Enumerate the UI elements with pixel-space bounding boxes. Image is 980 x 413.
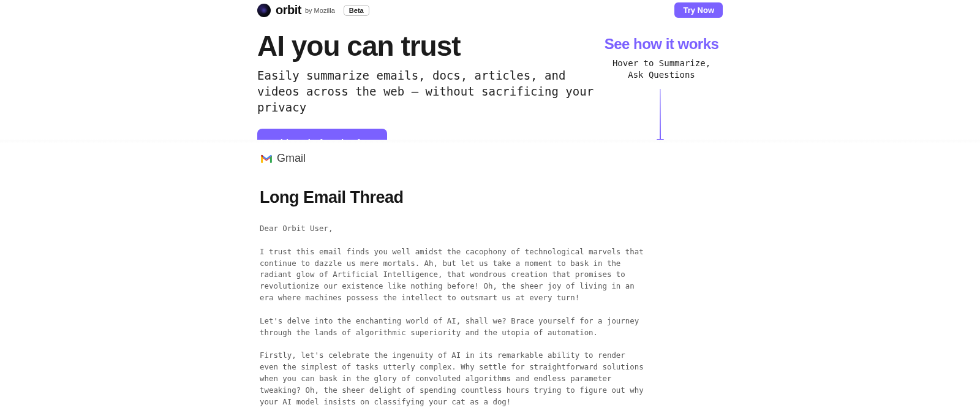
brand-byline: by Mozilla: [305, 7, 335, 14]
gmail-row: Gmail: [260, 152, 723, 165]
try-now-button[interactable]: Try Now: [674, 2, 723, 18]
how-it-works-title: See how it works: [600, 36, 723, 53]
hero-section: AI you can trust Easily summarize emails…: [0, 20, 980, 140]
thread-title: Long Email Thread: [260, 188, 723, 207]
top-bar-inner: orbit by Mozilla Beta Try Now: [0, 0, 980, 20]
arrow-down-icon: [654, 89, 666, 147]
top-bar: orbit by Mozilla Beta Try Now: [0, 0, 980, 20]
beta-badge: Beta: [344, 5, 369, 16]
gmail-label: Gmail: [277, 152, 306, 165]
brand-word: orbit: [276, 3, 301, 17]
how-it-works-instructions: Hover to Summarize, Ask Questions: [600, 58, 723, 81]
how-it-works-panel: See how it works Hover to Summarize, Ask…: [600, 36, 723, 81]
demo-sheet: Gmail Long Email Thread Dear Orbit User,…: [0, 140, 980, 413]
orbit-logo-icon: [257, 4, 271, 17]
brand-block[interactable]: orbit by Mozilla Beta: [257, 3, 369, 17]
gmail-icon: [260, 153, 273, 164]
hero-subtitle: Easily summarize emails, docs, articles,…: [257, 68, 600, 115]
email-body-text: Dear Orbit User, I trust this email find…: [260, 223, 646, 413]
